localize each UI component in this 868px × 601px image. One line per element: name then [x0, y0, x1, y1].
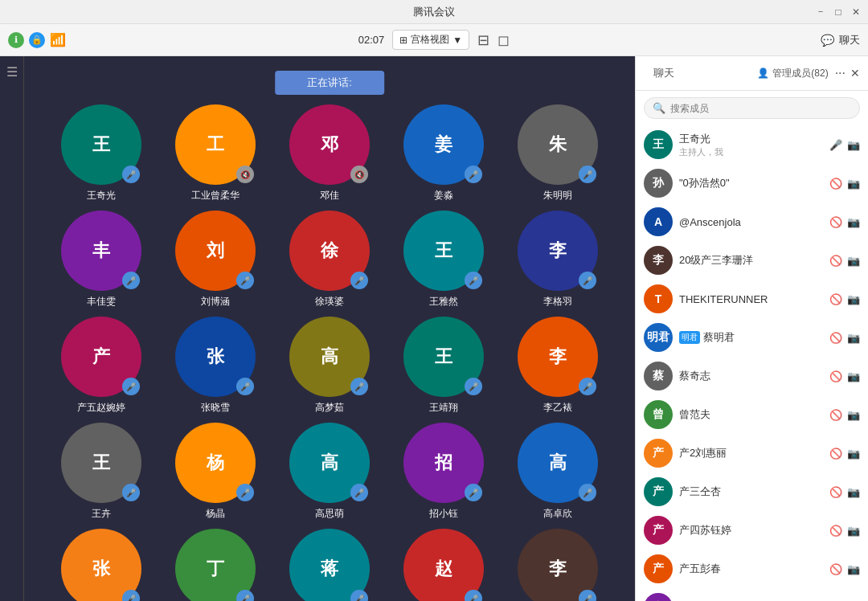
member-cam-icon: 📷: [847, 293, 860, 305]
tab-chat[interactable]: 聊天: [644, 63, 684, 84]
mic-badge: 🎤: [122, 272, 140, 289]
member-mic-icon: 🚫: [829, 255, 842, 267]
member-controls: 🚫 📷: [829, 178, 860, 190]
participant-cell[interactable]: 王 🎤 王靖翔: [391, 317, 497, 415]
member-info: 王奇光 主持人，我: [679, 132, 823, 158]
participant-cell[interactable]: 徐 🎤 徐瑛婆: [276, 211, 383, 309]
avatar-wrapper: 蒋 🎤: [289, 529, 370, 601]
search-input[interactable]: [670, 103, 851, 114]
member-cam-icon: 📷: [847, 448, 860, 460]
participant-name: 姜淼: [434, 189, 453, 202]
member-item[interactable]: 曾 曾范夫 🚫 📷: [636, 395, 868, 434]
participant-cell[interactable]: 丁 🎤 丁琼: [162, 529, 268, 601]
participant-cell[interactable]: 朱 🎤 朱明明: [505, 104, 611, 202]
mic-badge: 🎤: [350, 590, 368, 601]
member-item[interactable]: 孙 "0孙浩然0" 🚫 📷: [636, 164, 868, 202]
participant-cell[interactable]: 刘 🎤 刘博涵: [162, 211, 268, 309]
mic-badge: 🎤: [579, 166, 596, 183]
mic-badge: 🎤: [236, 378, 254, 395]
participant-cell[interactable]: 工 🔇 工业曾柔华: [162, 104, 268, 202]
participant-cell[interactable]: 王 🎤 王奇光: [48, 104, 154, 202]
participant-cell[interactable]: 丰 🎤 丰佳雯: [48, 211, 154, 309]
member-controls: 🚫 📷: [829, 332, 860, 344]
member-name: 蔡奇志: [679, 369, 710, 383]
participant-cell[interactable]: 高 🎤 高卓欣: [505, 423, 611, 521]
member-item[interactable]: 产 产五司婧媛 🚫 📷: [636, 588, 868, 601]
member-controls: 🚫 📷: [829, 525, 860, 537]
member-name: THEKITERUNNER: [679, 293, 768, 305]
member-item[interactable]: A @Anscenjola 🚫 📷: [636, 202, 868, 241]
member-item[interactable]: T THEKITERUNNER 🚫 📷: [636, 280, 868, 318]
member-item[interactable]: 明君 明君 蔡明君 🚫 📷: [636, 318, 868, 357]
top-bar: ℹ 🔒 📶 02:07 ⊞ 宫格视图 ▼ ⊟ ◻ 💬 聊天: [0, 24, 868, 56]
member-name: 产2刘惠丽: [679, 446, 727, 460]
layout-icon[interactable]: ⊟: [477, 31, 489, 49]
member-cam-icon: 📷: [847, 139, 860, 151]
pip-icon[interactable]: ◻: [497, 31, 510, 49]
participant-name: 高思萌: [315, 507, 344, 521]
participant-cell[interactable]: 张 🎤 张可文: [48, 529, 154, 601]
mic-badge: 🎤: [465, 272, 482, 289]
chat-label[interactable]: 聊天: [839, 33, 860, 47]
more-icon[interactable]: ···: [835, 66, 845, 80]
maximize-button[interactable]: □: [833, 6, 844, 18]
participant-cell[interactable]: 蒋 🎤 蒋秉芸: [276, 529, 383, 601]
menu-icon[interactable]: ☰: [6, 64, 18, 80]
close-button[interactable]: ✕: [850, 6, 862, 18]
member-mic-icon: 🚫: [829, 525, 842, 537]
member-cam-icon: 📷: [847, 563, 860, 575]
chat-icon[interactable]: 💬: [821, 34, 834, 47]
member-item[interactable]: 产 产2刘惠丽 🚫 📷: [636, 434, 868, 472]
participant-cell[interactable]: 姜 🎤 姜淼: [391, 104, 497, 202]
avatar-wrapper: 高 🎤: [289, 317, 370, 397]
search-box[interactable]: 🔍: [644, 97, 860, 119]
signal-icon: 📶: [50, 32, 66, 47]
search-icon: 🔍: [653, 102, 665, 114]
participant-cell[interactable]: 李 🎤 李冉: [505, 529, 611, 601]
member-controls: 🚫 📷: [829, 563, 860, 575]
avatar-wrapper: 丁 🎤: [175, 529, 256, 601]
view-toggle-button[interactable]: ⊞ 宫格视图 ▼: [392, 30, 469, 50]
member-item[interactable]: 产 产四苏钰婷 🚫 📷: [636, 511, 868, 550]
participant-cell[interactable]: 李 🎤 李乙裱: [505, 317, 611, 415]
participant-name: 徐瑛婆: [315, 295, 344, 309]
member-avatar: T: [644, 284, 673, 313]
avatar-wrapper: 招 🎤: [403, 423, 484, 503]
member-avatar: 蔡: [644, 362, 673, 390]
participant-cell[interactable]: 招 🎤 招小钰: [391, 423, 497, 521]
member-item[interactable]: 蔡 蔡奇志 🚫 📷: [636, 357, 868, 395]
participant-cell[interactable]: 杨 🎤 杨晶: [162, 423, 268, 521]
mic-badge: 🎤: [236, 590, 254, 601]
participant-cell[interactable]: 王 🎤 王雅然: [391, 211, 497, 309]
participant-cell[interactable]: 李 🎤 李格羽: [505, 211, 611, 309]
avatar-wrapper: 朱 🎤: [518, 104, 598, 185]
participant-cell[interactable]: 产 🎤 产五赵婉婷: [48, 317, 154, 415]
minimize-button[interactable]: －: [815, 6, 826, 18]
participant-cell[interactable]: 赵 🎤 赵如可: [391, 529, 497, 601]
participant-cell[interactable]: 高 🎤 高思萌: [276, 423, 383, 521]
member-item[interactable]: 王 王奇光 主持人，我 🎤 📷: [636, 125, 868, 164]
window-controls[interactable]: － □ ✕: [815, 6, 862, 18]
member-mic-icon: 🎤: [829, 139, 842, 151]
sidebar-manage[interactable]: 👤 管理成员(82): [757, 67, 828, 80]
participant-cell[interactable]: 张 🎤 张晓雪: [162, 317, 268, 415]
mic-badge: 🎤: [579, 484, 596, 501]
member-name-wrap: 产三仝杏: [679, 484, 823, 499]
member-info: 产2刘惠丽: [679, 446, 823, 460]
member-item[interactable]: 产 产五彭春 🚫 📷: [636, 550, 868, 588]
member-cam-icon: 📷: [847, 486, 860, 498]
participant-name: 王雅然: [429, 295, 458, 309]
member-item[interactable]: 产 产三仝杏 🚫 📷: [636, 472, 868, 511]
participant-cell[interactable]: 邓 🔇 邓佳: [276, 104, 383, 202]
member-item[interactable]: 李 20级产三李珊洋 🚫 📷: [636, 241, 868, 280]
member-info: 产三仝杏: [679, 484, 823, 499]
avatar-wrapper: 工 🔇: [175, 104, 256, 185]
main-layout: ☰ 正在讲话: 王 🎤 王奇光 工 🔇 工业曾柔华 邓: [0, 56, 868, 601]
close-sidebar-icon[interactable]: ✕: [850, 67, 860, 80]
status-icon-2: 🔒: [29, 32, 45, 48]
member-name-wrap: THEKITERUNNER: [679, 293, 823, 305]
member-mic-icon: 🚫: [829, 448, 842, 460]
participant-cell[interactable]: 高 🎤 高梦茹: [276, 317, 383, 415]
mic-badge: 🎤: [122, 378, 140, 395]
participant-cell[interactable]: 王 🎤 王卉: [48, 423, 154, 521]
